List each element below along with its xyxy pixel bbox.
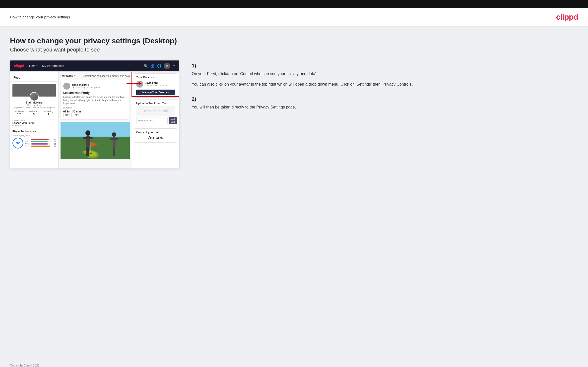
page-heading: How to change your privacy settings (Des… [10, 37, 578, 45]
feed-post-tags: OTT APP [63, 113, 127, 117]
app-value: 85 [51, 141, 56, 143]
location-icon: 📍 [72, 87, 75, 89]
coach-name: David Ford [145, 82, 173, 84]
chevron-down-icon[interactable]: ▼ [173, 65, 175, 67]
content-columns: clippd Home My Performance 🔍 👤 🌐 B ▼ F [10, 60, 578, 168]
person-icon[interactable]: 👤 [150, 64, 155, 68]
svg-rect-2 [83, 137, 93, 139]
svg-rect-7 [110, 138, 119, 140]
svg-rect-9 [114, 147, 115, 156]
feed-post-title: Lesson with Fordy [63, 91, 127, 95]
compass-icon[interactable]: 🌐 [157, 64, 161, 68]
app-fill [31, 141, 48, 142]
connect-section: Connect your data Arccos [134, 128, 177, 143]
coaches-section: Your Coaches David Ford 📍 Royal North De… [134, 73, 177, 98]
user-avatar[interactable]: B [164, 63, 170, 69]
chevron-down-icon: ▾ [74, 74, 75, 77]
feed-post-author-name: Blair McHarg [72, 83, 100, 86]
activities-stat: Activities 131 [15, 110, 24, 116]
latest-activity-date: 03 Aug 2022 [12, 124, 56, 127]
profile-banner [12, 84, 56, 97]
putt-value: 96 [51, 145, 56, 147]
avatar-image [30, 93, 38, 101]
site-header: How to change your privacy settings clip… [0, 8, 588, 27]
coach-item: David Ford 📍 Royal North Devon Golf Club [136, 81, 175, 88]
putt-bar-row: PUTT 96 [25, 145, 56, 147]
search-icon[interactable]: 🔍 [144, 64, 148, 68]
golfer-svg-1 [78, 129, 98, 159]
arg-fill [31, 143, 48, 145]
quality-bars: OTT 90 APP [25, 139, 56, 148]
trackman-placeholder: Trackman Link [136, 106, 175, 116]
feed-tab[interactable]: Feed [10, 74, 58, 82]
ott-fill [31, 139, 49, 140]
arg-bar-row: ARG 86 [25, 143, 56, 145]
ott-bar-row: OTT 90 [25, 139, 56, 140]
instruction-text-1a-para: On your Feed, click/tap on 'Control who … [192, 71, 578, 77]
trackman-input[interactable] [136, 117, 168, 124]
app-mockup: clippd Home My Performance 🔍 👤 🌐 B ▼ F [10, 60, 179, 168]
instruction-item-2: 2) You will then be taken directly to th… [192, 96, 578, 110]
player-performance: Player Performance Total Player Quality … [10, 128, 58, 151]
app-sidebar: Feed Blair McHarg Plus Handicap Royal No… [10, 71, 59, 168]
app-nav-icons: 🔍 👤 🌐 B ▼ [144, 63, 175, 69]
coaches-title: Your Coaches [136, 76, 175, 79]
instruction-number-2: 2) [192, 96, 578, 102]
app-body: Feed Blair McHarg Plus Handicap Royal No… [10, 71, 179, 168]
arg-value: 86 [51, 143, 56, 145]
following-bar: Following ▾ Control who can see your act… [61, 73, 130, 78]
app-track [31, 141, 51, 142]
footer-copyright: Copyright Clippd 2022 [10, 364, 40, 367]
trackman-placeholder-text: Trackman Link [143, 109, 168, 113]
instructions-column: 1) On your Feed, click/tap on 'Control w… [187, 60, 578, 119]
profile-card: Blair McHarg Plus Handicap Royal North D… [10, 82, 58, 119]
following-label: Following [61, 74, 73, 77]
app-bar-row: APP 85 [25, 141, 56, 143]
app-navbar: clippd Home My Performance 🔍 👤 🌐 B ▼ [10, 60, 179, 71]
location-pin-icon: 📍 [145, 85, 147, 87]
arg-label: ARG [25, 143, 30, 145]
arccos-logo: Arccos [136, 135, 175, 140]
svg-rect-3 [86, 147, 88, 157]
feed-post-author-info: Blair McHarg 📍 Yesterday · Sunningdale [72, 83, 100, 89]
latest-activity: Latest Activity Lesson with Fordy 03 Aug… [10, 119, 58, 128]
app-right-panel: Your Coaches David Ford 📍 Royal North De… [132, 71, 179, 168]
feed-post-meta: 📍 Yesterday · Sunningdale [72, 86, 100, 89]
ott-track [31, 139, 51, 140]
player-perf-title: Player Performance [12, 130, 56, 133]
svg-point-5 [112, 132, 116, 137]
feed-post: Blair McHarg 📍 Yesterday · Sunningdale L… [61, 80, 130, 120]
trackman-input-row: Add Link [136, 117, 175, 124]
profile-handicap: Plus Handicap [12, 104, 56, 106]
svg-rect-4 [88, 147, 89, 157]
quality-row: 92 OTT 90 APP [12, 138, 56, 149]
feed-post-header: Blair McHarg 📍 Yesterday · Sunningdale [63, 83, 127, 90]
control-privacy-link[interactable]: Control who can see your activity and da… [83, 75, 130, 77]
putt-fill [31, 146, 50, 147]
instruction-text-2: You will then be taken directly to the P… [192, 104, 578, 110]
golf-scene: ⛳ [61, 122, 130, 159]
nav-item-my-performance[interactable]: My Performance [42, 64, 64, 68]
golfer-svg-2 [105, 132, 123, 159]
trackman-add-button[interactable]: Add Link [169, 117, 177, 124]
nav-item-home[interactable]: Home [29, 64, 37, 68]
instruction-number-1: 1) [192, 63, 578, 69]
instruction-text-1b-para: You can also click on your avatar in the… [192, 81, 578, 88]
putt-label: PUTT [25, 145, 30, 147]
coach-club-name: Royal North Devon Golf Club [147, 84, 173, 87]
coach-club: 📍 Royal North Devon Golf Club [145, 84, 173, 87]
latest-activity-value: Lesson with Fordy [12, 122, 56, 124]
total-quality-label: Total Player Quality [12, 134, 56, 137]
following-label: Following [44, 110, 53, 113]
following-button[interactable]: Following ▾ [61, 74, 75, 77]
instruction-item-1: 1) On your Feed, click/tap on 'Control w… [192, 63, 578, 87]
coach-info: David Ford 📍 Royal North Devon Golf Club [145, 82, 173, 87]
latest-activity-label: Latest Activity [12, 119, 56, 122]
manage-coaches-button[interactable]: Manage Your Coaches [136, 90, 175, 95]
activities-value: 131 [15, 113, 24, 116]
coach-avatar [136, 81, 143, 88]
profile-club: Royal North Devon Golf Club, United King… [12, 106, 56, 109]
trackman-section: Upload a Trackman Test Trackman Link Add… [134, 100, 177, 126]
profile-name: Blair McHarg [12, 101, 56, 104]
avatar-initial: B [166, 65, 168, 67]
